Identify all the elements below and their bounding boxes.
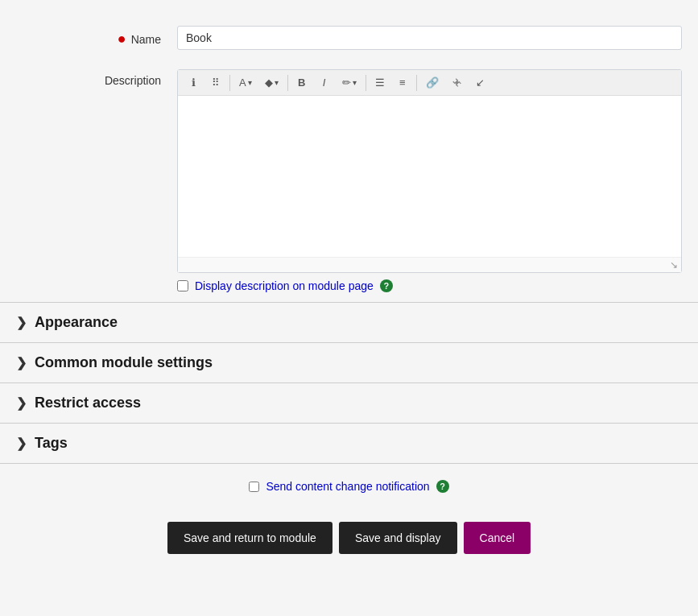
description-control-wrap: ℹ ⠿ A ▾ ◆ ▾ B I ✏ ▾ ☰ ≡ 🔗: [177, 69, 682, 292]
buttons-row: Save and return to module Save and displ…: [0, 509, 698, 570]
tags-chevron-icon: ❯: [16, 436, 27, 451]
resize-icon: ↘: [670, 259, 678, 271]
appearance-title: Appearance: [35, 314, 118, 331]
toolbar-ul-btn[interactable]: ☰: [370, 73, 390, 92]
toolbar-sep-2: [287, 75, 288, 91]
toolbar-bold-btn[interactable]: B: [291, 73, 312, 92]
toolbar-sep-4: [416, 75, 417, 91]
display-description-label[interactable]: Display description on module page: [195, 279, 374, 292]
display-description-row: Display description on module page ?: [177, 279, 682, 292]
restrict-access-title: Restrict access: [35, 395, 141, 411]
toolbar-italic-btn[interactable]: I: [314, 73, 335, 92]
tags-section: ❯ Tags: [0, 423, 698, 463]
name-control-wrap: [177, 26, 682, 50]
toolbar-clear-btn[interactable]: ↙: [470, 73, 491, 92]
collapsible-sections: ❯ Appearance ❯ Common module settings ❯ …: [0, 302, 698, 463]
appearance-chevron-icon: ❯: [16, 315, 27, 330]
toolbar-color-btn[interactable]: ◆ ▾: [259, 73, 284, 92]
resize-handle: ↘: [178, 257, 681, 272]
name-row: ● Name: [16, 16, 682, 60]
toolbar-unlink-btn[interactable]: [446, 74, 469, 92]
display-description-checkbox[interactable]: [177, 280, 188, 291]
toolbar-grid-btn[interactable]: ⠿: [205, 73, 226, 92]
toolbar-sep-1: [229, 75, 230, 91]
toolbar-info-btn[interactable]: ℹ: [183, 73, 204, 92]
description-row: Description ℹ ⠿ A ▾ ◆ ▾ B I ✏ ▾: [16, 60, 682, 302]
form-section: ● Name Description ℹ ⠿ A ▾: [0, 16, 698, 302]
toolbar-font-btn[interactable]: A ▾: [233, 73, 258, 92]
save-return-button[interactable]: Save and return to module: [167, 522, 332, 554]
name-label: ● Name: [16, 26, 161, 48]
description-label: Description: [16, 69, 161, 87]
restrict-access-header[interactable]: ❯ Restrict access: [0, 383, 698, 423]
display-description-help-icon[interactable]: ?: [380, 279, 393, 292]
required-icon: ●: [118, 31, 126, 48]
tags-header[interactable]: ❯ Tags: [0, 424, 698, 463]
toolbar-paint-btn[interactable]: ✏ ▾: [337, 73, 362, 92]
save-display-button[interactable]: Save and display: [339, 522, 457, 554]
common-module-title: Common module settings: [35, 354, 213, 371]
common-module-section: ❯ Common module settings: [0, 342, 698, 382]
appearance-section: ❯ Appearance: [0, 302, 698, 342]
name-input[interactable]: [177, 26, 682, 50]
common-module-chevron-icon: ❯: [16, 355, 27, 370]
editor-toolbar: ℹ ⠿ A ▾ ◆ ▾ B I ✏ ▾ ☰ ≡ 🔗: [178, 70, 681, 96]
appearance-header[interactable]: ❯ Appearance: [0, 303, 698, 342]
page-container: ● Name Description ℹ ⠿ A ▾: [0, 0, 698, 616]
send-notification-label[interactable]: Send content change notification: [266, 480, 429, 493]
restrict-access-section: ❯ Restrict access: [0, 382, 698, 423]
send-notification-checkbox[interactable]: [249, 482, 259, 492]
tags-title: Tags: [35, 435, 68, 452]
common-module-header[interactable]: ❯ Common module settings: [0, 343, 698, 382]
send-notification-help-icon[interactable]: ?: [436, 480, 449, 493]
notification-row: Send content change notification ?: [0, 463, 698, 509]
description-editor[interactable]: [178, 96, 681, 257]
toolbar-ol-btn[interactable]: ≡: [392, 73, 413, 92]
toolbar-sep-3: [366, 75, 366, 91]
cancel-button[interactable]: Cancel: [464, 522, 531, 554]
toolbar-link-btn[interactable]: 🔗: [420, 73, 444, 92]
restrict-access-chevron-icon: ❯: [16, 395, 27, 411]
editor-wrapper: ℹ ⠿ A ▾ ◆ ▾ B I ✏ ▾ ☰ ≡ 🔗: [177, 69, 682, 273]
